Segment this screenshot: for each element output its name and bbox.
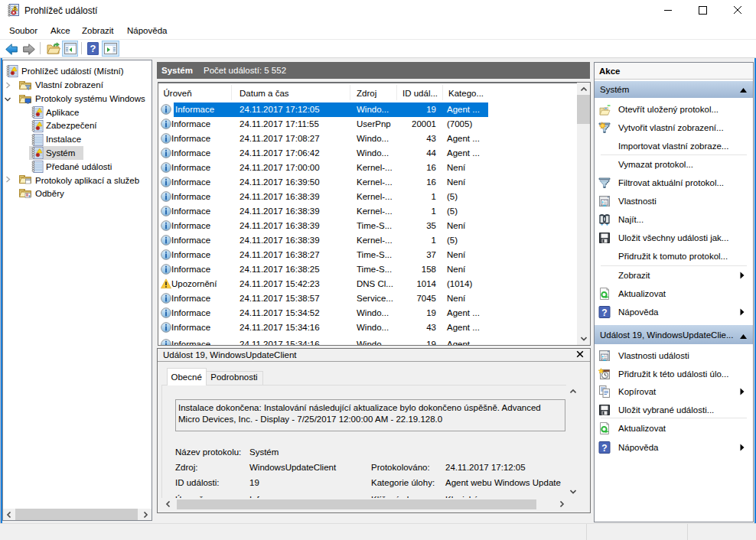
svg-text:?: ? bbox=[90, 43, 96, 54]
